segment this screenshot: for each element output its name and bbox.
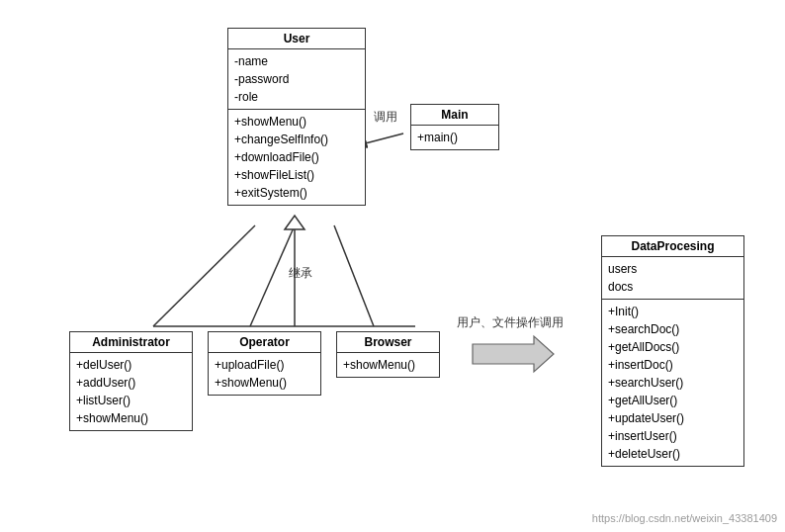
invoke-label: 调用 (374, 109, 397, 126)
svg-line-4 (153, 225, 255, 326)
operator-methods: +uploadFile() +showMenu() (209, 353, 320, 395)
browser-class-title: Browser (337, 332, 439, 353)
main-method-main: +main() (417, 129, 492, 146)
dp-method-getalluser: +getAllUser() (608, 392, 738, 409)
uml-diagram: User -name -password -role +showMenu() +… (0, 0, 785, 532)
user-method-showfilelist: +showFileList() (234, 166, 359, 184)
dataprocesing-field-users: users (608, 260, 738, 278)
user-method-exitsystem: +exitSystem() (234, 184, 359, 202)
user-attr-password: -password (234, 70, 359, 88)
admin-method-deluser: +delUser() (76, 356, 186, 374)
administrator-class-title: Administrator (70, 332, 192, 353)
user-method-download: +downloadFile() (234, 148, 359, 166)
dp-method-searchdoc: +searchDoc() (608, 320, 738, 338)
administrator-class-box: Administrator +delUser() +addUser() +lis… (69, 331, 193, 431)
main-class-title: Main (411, 105, 498, 126)
dataprocesing-fields: users docs (602, 257, 743, 300)
dataprocesing-class-title: DataProcesing (602, 236, 743, 257)
user-attributes: -name -password -role (228, 49, 365, 110)
user-class-title: User (228, 29, 365, 49)
user-method-showmenu: +showMenu() (234, 113, 359, 131)
operator-method-showmenu: +showMenu() (215, 374, 314, 392)
user-class-box: User -name -password -role +showMenu() +… (227, 28, 366, 206)
inherit-label: 继承 (289, 265, 312, 282)
dataprocesing-methods: +Init() +searchDoc() +getAllDocs() +inse… (602, 300, 743, 466)
svg-marker-9 (285, 216, 305, 229)
browser-method-showmenu: +showMenu() (343, 356, 433, 374)
watermark: https://blog.csdn.net/weixin_43381409 (592, 512, 777, 524)
user-attr-name: -name (234, 52, 359, 70)
admin-method-adduser: +addUser() (76, 374, 186, 392)
main-class-box: Main +main() (410, 104, 499, 150)
dp-method-updateuser: +updateUser() (608, 409, 738, 427)
user-file-op-label: 用户、文件操作调用 (457, 314, 564, 331)
operator-class-box: Operator +uploadFile() +showMenu() (208, 331, 321, 396)
svg-line-6 (334, 225, 374, 326)
dataprocesing-class-box: DataProcesing users docs +Init() +search… (601, 235, 744, 467)
admin-method-showmenu: +showMenu() (76, 409, 186, 427)
dp-method-deleteuser: +deleteUser() (608, 445, 738, 463)
dp-method-getalldocs: +getAllDocs() (608, 338, 738, 356)
admin-method-listuser: +listUser() (76, 392, 186, 409)
dataprocesing-field-docs: docs (608, 278, 738, 296)
operator-class-title: Operator (209, 332, 320, 353)
dp-method-insertdoc: +insertDoc() (608, 356, 738, 374)
user-method-changeself: +changeSelfInfo() (234, 131, 359, 148)
user-attr-role: -role (234, 88, 359, 106)
browser-class-box: Browser +showMenu() (336, 331, 440, 378)
operator-method-upload: +uploadFile() (215, 356, 314, 374)
dp-method-searchuser: +searchUser() (608, 374, 738, 392)
browser-methods: +showMenu() (337, 353, 439, 377)
user-methods: +showMenu() +changeSelfInfo() +downloadF… (228, 110, 365, 205)
main-methods: +main() (411, 126, 498, 149)
svg-marker-10 (473, 336, 554, 372)
dp-method-init: +Init() (608, 303, 738, 320)
dp-method-insertuser: +insertUser() (608, 427, 738, 445)
administrator-methods: +delUser() +addUser() +listUser() +showM… (70, 353, 192, 430)
